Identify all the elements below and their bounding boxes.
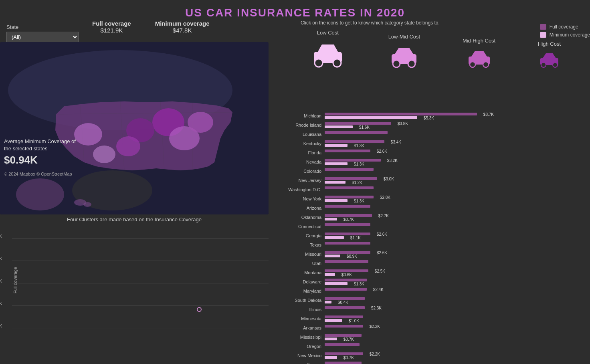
bar-state-name: Oregon xyxy=(281,344,325,349)
min-coverage-bar: $5.3K xyxy=(325,116,417,119)
bar-row[interactable]: Illinois$2.3K xyxy=(281,306,590,313)
bars-container: $3.2K$1.3K xyxy=(325,159,590,165)
bar-row[interactable]: Washington D.C. xyxy=(281,186,590,193)
bars-container: $3.8K$1.6K xyxy=(325,122,590,128)
bar-state-name: New York xyxy=(281,196,325,201)
bars-container xyxy=(325,186,590,193)
bar-row[interactable]: Oregon xyxy=(281,343,590,350)
bar-row[interactable]: New Mexico$2.2K$0.7K xyxy=(281,352,590,359)
bar-state-name: Oklahoma xyxy=(281,215,325,220)
bars-container: $0.7K xyxy=(325,334,590,340)
min-coverage-bar: $0.6K xyxy=(325,273,335,276)
bar-row[interactable]: Louisiana xyxy=(281,131,590,138)
bar-state-name: Maryland xyxy=(281,289,325,293)
bar-row[interactable]: Minnesota$1.0K xyxy=(281,315,590,322)
full-coverage-bar: $2.2K xyxy=(325,325,363,328)
min-bar-label: $0.4K xyxy=(338,300,348,305)
legend-area: Click on the icons to get to know which … xyxy=(281,20,590,72)
full-coverage-bar: $2.3K xyxy=(325,306,365,309)
bar-state-name: Washington D.C. xyxy=(281,187,325,192)
full-coverage-stat: Full coverage $121.9K xyxy=(92,20,131,34)
bar-row[interactable]: Colorado xyxy=(281,168,590,175)
full-coverage-legend-item: Full coverage xyxy=(540,24,590,30)
bar-chart-area[interactable]: Michigan$8.7K$5.3KRhode Island$3.8K$1.6K… xyxy=(281,112,590,364)
bar-row[interactable]: Utah xyxy=(281,260,590,267)
full-bar-label: $2.4K xyxy=(373,287,384,292)
bar-row[interactable]: New York$2.8K$1.3K xyxy=(281,195,590,202)
min-bar-label: $1.3K xyxy=(354,162,364,166)
state-label: State xyxy=(6,24,79,30)
min-coverage-label: Minimum coverage xyxy=(155,20,210,27)
full-coverage-bar xyxy=(325,334,362,337)
bars-container xyxy=(325,242,590,248)
state-selector-area: State (All) xyxy=(6,24,79,42)
bars-container: $8.7K$5.3K xyxy=(325,113,590,119)
bar-state-name: New Mexico xyxy=(281,353,325,358)
bar-row[interactable]: Nevada$3.2K$1.3K xyxy=(281,158,590,166)
bars-container: $3.4K$1.3K xyxy=(325,140,590,147)
bar-state-name: Florida xyxy=(281,150,325,155)
full-coverage-color xyxy=(540,24,546,30)
bar-row[interactable]: Texas xyxy=(281,241,590,249)
bars-container: $2.2K$0.7K xyxy=(325,352,590,359)
bar-row[interactable]: South Dakota$0.4K xyxy=(281,297,590,304)
svg-point-26 xyxy=(483,62,489,67)
bar-row[interactable]: Oklahoma$2.7K$0.7K xyxy=(281,214,590,221)
full-bar-label: $2.2K xyxy=(370,352,380,356)
bar-state-name: Missouri xyxy=(281,252,325,257)
bar-state-name: Kentucky xyxy=(281,141,325,146)
bar-row[interactable]: Arkansas$2.2K xyxy=(281,324,590,332)
state-select[interactable]: (All) xyxy=(6,32,79,42)
svg-point-25 xyxy=(470,62,475,67)
bar-row[interactable]: Mississippi$0.7K xyxy=(281,334,590,341)
min-bar-label: $1.6K xyxy=(359,125,370,129)
bar-row[interactable]: Connecticut xyxy=(281,223,590,230)
bars-container: $3.0K$1.2K xyxy=(325,177,590,184)
bar-row[interactable]: Michigan$8.7K$5.3K xyxy=(281,112,590,119)
full-coverage-value: $121.9K xyxy=(92,27,131,34)
min-bar-label: $1.2K xyxy=(352,180,362,185)
bar-row[interactable]: New Jersey$3.0K$1.2K xyxy=(281,177,590,184)
bar-row[interactable]: Missouri$2.6K$0.9K xyxy=(281,251,590,258)
full-coverage-label: Full coverage xyxy=(92,20,131,27)
full-bar-label: $2.3K xyxy=(371,306,382,310)
category-low-cost[interactable]: Low Cost xyxy=(310,30,346,68)
min-coverage-bar: $1.3K xyxy=(325,162,348,165)
full-coverage-bar: $2.5K xyxy=(325,269,368,272)
bars-container: $0.4K xyxy=(325,297,590,303)
bars-container xyxy=(325,362,590,364)
full-coverage-bar: $3.4K xyxy=(325,140,384,143)
min-coverage-bar: $0.7K xyxy=(325,338,337,340)
full-bar-label: $3.8K xyxy=(398,121,408,126)
bar-row[interactable]: Kansas xyxy=(281,361,590,364)
category-high-cost[interactable]: High Cost xyxy=(538,41,561,68)
category-low-mid-cost[interactable]: Low-Mid Cost xyxy=(388,34,420,68)
bar-row[interactable]: Kentucky$3.4K$1.3K xyxy=(281,140,590,147)
bar-row[interactable]: Georgia$2.6K$1.1K xyxy=(281,232,590,239)
min-coverage-bar: $1.3K xyxy=(325,199,348,202)
min-coverage-bar: $1.3K xyxy=(325,282,348,285)
svg-point-5 xyxy=(116,136,140,156)
category-mid-high-cost[interactable]: Mid-High Cost xyxy=(463,38,495,68)
min-bar-label: $0.7K xyxy=(343,356,354,360)
coverage-legend: Full coverage Minimum coverage xyxy=(540,24,590,38)
bar-row[interactable]: Rhode Island$3.8K$1.6K xyxy=(281,121,590,129)
bar-row[interactable]: Arizona xyxy=(281,204,590,212)
bar-state-name: Delaware xyxy=(281,279,325,284)
min-bar-label: $1.0K xyxy=(349,319,359,323)
full-coverage-bar: $2.8K xyxy=(325,196,374,198)
right-panel: Click on the icons to get to know which … xyxy=(281,20,590,364)
min-coverage-bar: $1.3K xyxy=(325,144,348,147)
bar-row[interactable]: Montana$2.5K$0.6K xyxy=(281,269,590,276)
bar-state-name: New Jersey xyxy=(281,178,325,183)
full-coverage-bar xyxy=(325,297,365,300)
bar-row[interactable]: Delaware$1.3K xyxy=(281,278,590,285)
svg-point-28 xyxy=(541,63,546,67)
full-bar-label: $3.2K xyxy=(387,158,398,163)
svg-point-11 xyxy=(16,178,64,210)
bar-row[interactable]: Maryland$2.4K xyxy=(281,287,590,295)
full-bar-label: $2.5K xyxy=(375,269,385,273)
bars-container: $1.0K xyxy=(325,315,590,322)
bar-row[interactable]: Florida$2.6K xyxy=(281,149,590,156)
bar-state-name: Kansas xyxy=(281,362,325,364)
